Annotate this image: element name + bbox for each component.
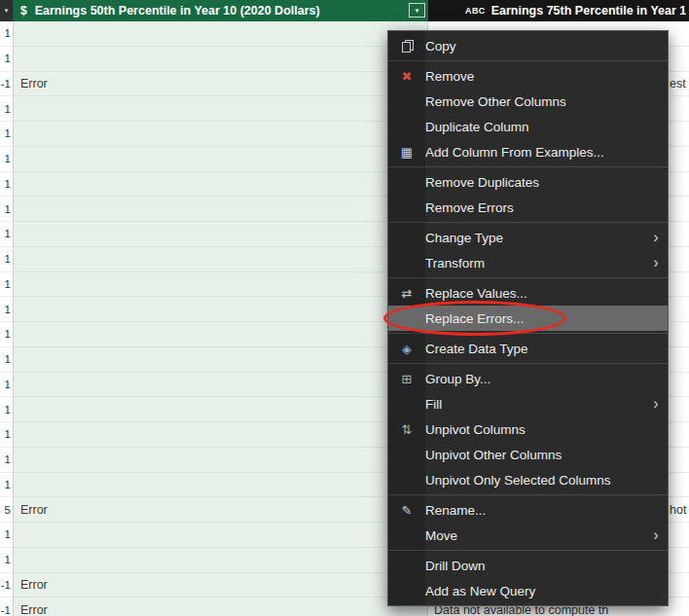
cell-earnings-50th[interactable]: Error xyxy=(14,497,428,523)
cell-earnings-50th[interactable] xyxy=(14,523,428,548)
cell-earnings-50th[interactable] xyxy=(14,147,428,172)
cell-left-value[interactable]: 1 xyxy=(0,197,14,222)
menu-item-label: Add as New Query xyxy=(425,584,668,598)
cell-earnings-50th[interactable]: Error xyxy=(14,72,428,97)
currency-type-icon: $ xyxy=(20,4,27,18)
menu-item-add-column-from-examples[interactable]: ▦Add Column From Examples... xyxy=(388,139,668,164)
menu-item-label: Copy xyxy=(425,39,668,54)
menu-item-unpivot-columns[interactable]: ⇅Unpivot Columns xyxy=(388,417,668,442)
filter-dropdown-button[interactable]: ▾ xyxy=(409,3,425,18)
cell-earnings-50th[interactable] xyxy=(14,47,428,72)
cell-left-value[interactable]: 1 xyxy=(0,96,14,122)
cell-earnings-50th[interactable] xyxy=(14,247,428,272)
menu-item-create-data-type[interactable]: ◈Create Data Type xyxy=(388,336,668,361)
menu-item-label: Fill xyxy=(425,397,644,412)
cell-earnings-50th[interactable] xyxy=(14,172,428,198)
menu-item-unpivot-other-columns[interactable]: Unpivot Other Columns xyxy=(388,442,668,467)
group-by-icon: ⊞ xyxy=(388,372,425,386)
cell-earnings-50th[interactable] xyxy=(14,222,428,247)
cell-left-value[interactable]: -1 xyxy=(0,72,14,97)
menu-separator xyxy=(388,363,668,364)
cell-earnings-50th[interactable] xyxy=(14,448,428,473)
cell-left-value[interactable]: 1 xyxy=(0,548,14,573)
cell-earnings-50th[interactable] xyxy=(14,373,428,398)
cell-left-value[interactable]: 1 xyxy=(0,247,14,272)
cell-earnings-50th[interactable] xyxy=(14,197,428,222)
menu-item-label: Rename... xyxy=(425,503,668,518)
cell-left-value[interactable]: 1 xyxy=(0,347,14,373)
power-query-editor: ▾ $ Earnings 50th Percentile in Year 10 … xyxy=(0,0,689,616)
cell-earnings-50th[interactable]: Error xyxy=(14,598,428,616)
cell-left-value[interactable]: 1 xyxy=(0,397,14,422)
cell-earnings-50th[interactable] xyxy=(14,272,428,298)
menu-item-label: Remove Errors xyxy=(425,200,668,215)
cell-earnings-50th[interactable] xyxy=(14,297,428,322)
cell-left-value[interactable]: 1 xyxy=(0,21,14,47)
cell-left-value[interactable]: 1 xyxy=(0,272,14,298)
column-title: Earnings 75th Percentile in Year 1 xyxy=(491,4,687,18)
menu-item-replace-errors[interactable]: Replace Errors... xyxy=(388,306,668,331)
cell-left-value[interactable]: 5 xyxy=(0,497,14,523)
cell-left-value[interactable]: 1 xyxy=(0,373,14,398)
cell-left-value[interactable]: 1 xyxy=(0,297,14,322)
cell-left-value[interactable]: 1 xyxy=(0,122,14,147)
remove-icon: ✖ xyxy=(388,69,425,84)
cell-left-value[interactable]: -1 xyxy=(0,598,14,616)
cell-earnings-50th[interactable] xyxy=(14,122,428,147)
menu-item-label: Replace Errors... xyxy=(425,311,668,326)
add-column-from-examples-icon: ▦ xyxy=(388,145,425,160)
cell-left-value[interactable]: 1 xyxy=(0,322,14,347)
column-header-earnings-75th[interactable]: ABC Earnings 75th Percentile in Year 1 xyxy=(428,0,689,21)
menu-separator xyxy=(388,222,668,223)
menu-item-group-by[interactable]: ⊞Group By... xyxy=(388,366,668,391)
cell-left-value[interactable]: 1 xyxy=(0,523,14,548)
cell-earnings-50th[interactable] xyxy=(14,473,428,498)
menu-item-label: Duplicate Column xyxy=(425,120,668,134)
menu-item-label: Move xyxy=(425,528,644,543)
cell-earnings-50th[interactable] xyxy=(14,397,428,422)
cell-left-value[interactable]: 1 xyxy=(0,172,14,198)
menu-item-move[interactable]: Move› xyxy=(388,523,668,548)
menu-separator xyxy=(388,494,668,495)
cell-earnings-50th[interactable] xyxy=(14,422,428,448)
menu-item-fill[interactable]: Fill› xyxy=(388,391,668,417)
menu-item-label: Unpivot Only Selected Columns xyxy=(425,473,668,488)
cell-left-value[interactable]: -1 xyxy=(0,573,14,598)
menu-item-rename[interactable]: ✎Rename... xyxy=(388,497,668,523)
cell-left-value[interactable]: 1 xyxy=(0,147,14,172)
menu-item-remove[interactable]: ✖Remove xyxy=(388,63,668,89)
menu-item-label: Unpivot Columns xyxy=(425,422,668,437)
menu-item-duplicate-column[interactable]: Duplicate Column xyxy=(388,114,668,139)
table-menu-button[interactable]: ▾ xyxy=(0,0,14,21)
menu-item-change-type[interactable]: Change Type› xyxy=(388,225,668,250)
rename-icon: ✎ xyxy=(388,503,425,518)
menu-separator xyxy=(388,60,668,61)
menu-item-copy[interactable]: Copy xyxy=(388,33,668,58)
menu-item-drill-down[interactable]: Drill Down xyxy=(388,553,668,578)
cell-earnings-50th[interactable]: Error xyxy=(14,573,428,598)
cell-earnings-50th[interactable] xyxy=(14,21,428,47)
column-header-earnings-50th[interactable]: $ Earnings 50th Percentile in Year 10 (2… xyxy=(14,0,428,21)
menu-item-label: Replace Values... xyxy=(425,286,668,301)
menu-item-unpivot-only-selected-columns[interactable]: Unpivot Only Selected Columns xyxy=(388,467,668,492)
menu-item-label: Remove xyxy=(425,69,668,84)
cell-earnings-50th[interactable] xyxy=(14,548,428,573)
menu-item-remove-duplicates[interactable]: Remove Duplicates xyxy=(388,169,668,195)
cell-earnings-50th[interactable] xyxy=(14,322,428,347)
cell-left-value[interactable]: 1 xyxy=(0,448,14,473)
menu-item-remove-errors[interactable]: Remove Errors xyxy=(388,195,668,220)
menu-item-label: Unpivot Other Columns xyxy=(425,448,668,462)
cell-left-value[interactable]: 1 xyxy=(0,47,14,72)
unpivot-columns-icon: ⇅ xyxy=(388,422,425,437)
menu-item-transform[interactable]: Transform› xyxy=(388,250,668,275)
cell-earnings-50th[interactable] xyxy=(14,347,428,373)
cell-left-value[interactable]: 1 xyxy=(0,422,14,448)
cell-earnings-50th[interactable] xyxy=(14,96,428,122)
menu-item-label: Remove Duplicates xyxy=(425,175,668,190)
cell-left-value[interactable]: 1 xyxy=(0,473,14,498)
menu-item-add-as-new-query[interactable]: Add as New Query xyxy=(388,578,668,603)
menu-separator xyxy=(388,333,668,334)
menu-item-remove-other-columns[interactable]: Remove Other Columns xyxy=(388,89,668,114)
cell-left-value[interactable]: 1 xyxy=(0,222,14,247)
menu-item-replace-values[interactable]: ⇄Replace Values... xyxy=(388,280,668,306)
